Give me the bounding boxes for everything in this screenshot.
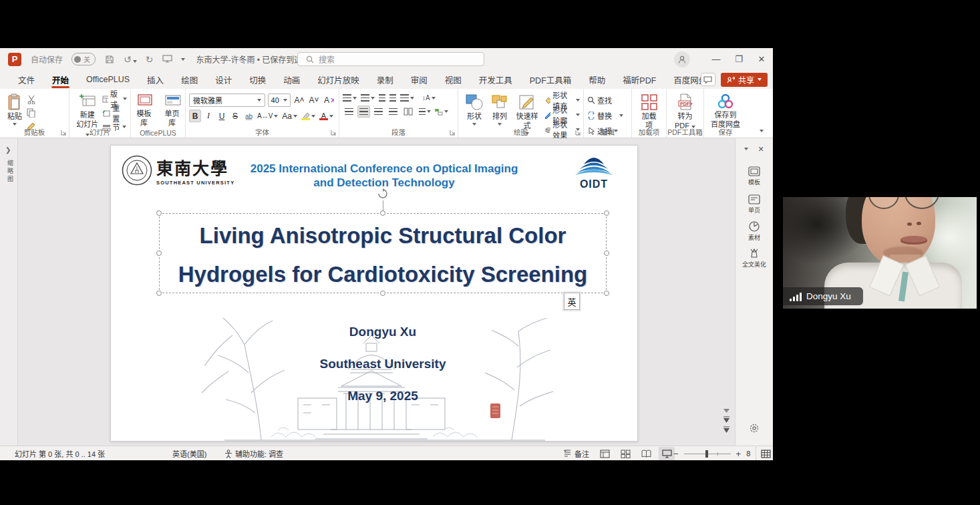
zoom-slider[interactable] [684,454,731,454]
tab-slideshow[interactable]: 幻灯片放映 [309,70,368,89]
justify-icon[interactable] [387,106,399,118]
decrease-indent-icon[interactable] [379,94,385,102]
zoom-percentage[interactable]: 8 [746,450,750,458]
clear-formatting-icon[interactable]: A [323,94,335,107]
tab-design[interactable]: 设计 [206,70,240,89]
rotate-handle-icon[interactable] [377,188,388,202]
text-direction-button[interactable]: ↕A [422,94,436,102]
next-slide-button[interactable] [723,426,730,434]
author-affiliation[interactable]: Southeast University [127,357,638,371]
text-shadow-icon[interactable]: ab [242,110,255,122]
webcam-overlay[interactable]: Dongyu Xu [783,197,977,309]
tab-foxit-pdf[interactable]: 福昕PDF [614,70,665,89]
panel-item-beautify[interactable]: 全文美化 [736,248,773,269]
zoom-slider-thumb[interactable] [705,450,708,458]
comments-icon[interactable] [701,73,715,86]
autosave-toggle[interactable]: 关 [71,53,96,65]
customize-qat-icon[interactable] [181,58,185,61]
undo-icon[interactable]: ↺ [124,54,137,65]
panel-close-icon[interactable]: ✕ [758,145,764,154]
presentation-date[interactable]: May 9, 2025 [127,389,638,403]
fit-slide-to-window-icon[interactable] [756,447,772,460]
notes-button[interactable]: 备注 [563,446,589,461]
font-name-select[interactable]: 微软雅黑 [189,94,265,107]
resize-handle-w[interactable] [156,250,162,256]
restore-button[interactable]: ❐ [727,48,750,70]
numbering-button[interactable] [361,94,375,102]
zoom-out-button[interactable]: − [673,449,679,459]
template-library-button[interactable]: 模板库 [132,92,156,130]
paste-button[interactable]: 粘贴 [3,92,26,127]
minimize-button[interactable]: — [705,48,727,70]
panel-collapse-icon[interactable] [744,148,748,150]
search-input[interactable]: 搜索 [297,52,484,66]
save-to-baidu-button[interactable]: 保存到 百度网盘 [707,92,744,131]
clipboard-dialog-launcher-icon[interactable] [61,130,67,136]
highlight-color-button[interactable] [300,110,317,122]
align-text-button[interactable] [419,108,431,116]
slide-title-line2[interactable]: Hydrogels for Cardiotoxicity Screening [127,262,638,287]
italic-button[interactable]: I [202,110,214,122]
redo-icon[interactable]: ↻ [146,54,154,65]
panel-settings-gear-icon[interactable] [736,423,773,434]
slide-title-line1[interactable]: Living Anisotropic Structural Color [127,223,638,248]
tab-insert[interactable]: 插入 [138,70,172,89]
columns-icon[interactable] [401,106,414,118]
collapse-ribbon-icon[interactable] [760,130,764,132]
author-name[interactable]: Dongyu Xu [127,325,638,339]
tab-draw[interactable]: 绘图 [172,70,206,89]
tab-pdf-toolbox[interactable]: PDF工具箱 [521,70,581,89]
tab-record[interactable]: 录制 [368,70,402,89]
resize-handle-sw[interactable] [156,291,162,296]
resize-handle-e[interactable] [604,250,609,256]
account-icon[interactable] [674,51,690,67]
align-center-icon[interactable] [357,106,370,118]
language-status[interactable]: 英语(美国) [172,446,206,461]
cut-icon[interactable] [26,94,37,105]
close-button[interactable]: ✕ [750,48,773,70]
arrange-button[interactable]: 排列 [487,92,512,127]
reset-button[interactable]: 重置 [102,107,127,119]
font-dialog-launcher-icon[interactable] [331,130,337,136]
tab-developer[interactable]: 开发工具 [470,70,521,89]
tab-animations[interactable]: 动画 [275,70,309,89]
resize-handle-ne[interactable] [604,210,609,216]
tab-help[interactable]: 帮助 [580,70,614,89]
align-right-icon[interactable] [372,106,385,118]
panel-item-templates[interactable]: 模板 [736,166,773,186]
panel-item-assets[interactable]: 素材 [736,221,773,242]
addins-button[interactable]: 加载项 [635,92,663,132]
font-color-button[interactable]: A [318,110,335,122]
slide-sorter-view-icon[interactable] [617,447,633,460]
thumbnail-strip[interactable]: ❯ 缩略图 [0,138,18,446]
resize-handle-n[interactable] [380,210,385,216]
zoom-in-button[interactable]: + [736,449,742,459]
tab-officeplus[interactable]: OfficePLUS [77,70,138,89]
resize-handle-s[interactable] [380,291,385,296]
align-left-icon[interactable] [343,106,355,118]
tab-transitions[interactable]: 切换 [240,70,275,89]
drawing-dialog-launcher-icon[interactable] [575,130,581,136]
start-slideshow-icon[interactable] [162,54,172,65]
line-spacing-button[interactable] [400,94,414,102]
reading-view-icon[interactable] [638,447,654,460]
character-spacing-button[interactable]: A↔V [256,110,279,122]
shapes-button[interactable]: 形状 [462,92,487,127]
panel-item-pages[interactable]: 单页 [736,194,773,214]
tab-view[interactable]: 视图 [436,70,470,89]
change-case-button[interactable]: Aa [281,110,299,122]
tab-file[interactable]: 文件 [9,70,43,89]
font-size-select[interactable]: 40 [268,94,291,107]
resize-handle-se[interactable] [604,291,609,296]
underline-button[interactable]: U [216,110,228,122]
bold-button[interactable]: B [189,110,201,122]
increase-indent-icon[interactable] [389,94,396,102]
previous-slide-button[interactable] [723,416,730,424]
tab-home[interactable]: 开始 [43,70,77,89]
bullets-button[interactable] [343,94,357,102]
slideshow-view-icon[interactable] [659,447,675,460]
resize-handle-nw[interactable] [156,210,162,216]
tab-review[interactable]: 审阅 [402,70,436,89]
decrease-font-icon[interactable]: A˅ [308,94,320,107]
copy-icon[interactable] [26,108,37,118]
